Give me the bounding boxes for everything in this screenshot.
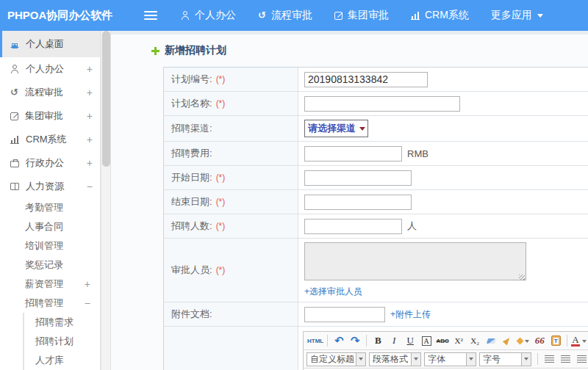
font-color-button[interactable]: A [571,333,586,348]
expand-plus-icon[interactable]: + [87,87,93,98]
sidebar-item-label: 个人桌面 [26,37,64,51]
sidebar-item-group-approval[interactable]: 集团审批 + [0,104,100,128]
superscript-button[interactable]: X² [451,333,466,348]
required-mark: (*) [216,197,226,207]
sidebar-item-human-resources[interactable]: 人力资源 − [0,175,100,198]
sidebar-item-talent-pool[interactable]: 人才库 [24,351,100,370]
sidebar-item-crm-system[interactable]: CRM系统 + [0,128,100,151]
sidebar-item-admin-office[interactable]: 行政办公 + [0,151,100,175]
process-icon: ↺ [258,11,266,20]
expand-plus-icon[interactable]: + [87,63,93,75]
required-mark: (*) [216,74,226,84]
align-left-icon [545,355,554,363]
expand-plus-icon[interactable]: + [87,110,93,122]
sidebar-item-rewards[interactable]: 奖惩记录 [0,255,100,275]
hr-submenu: 考勤管理 人事合同 培训管理 奖惩记录 薪资管理 + 招聘管理 − 招聘需求 [0,198,100,370]
field-label: 结束日期: (*) [164,190,298,214]
hamburger-menu-icon[interactable] [144,11,157,20]
briefcase-icon [10,161,19,167]
collapse-minus-icon[interactable]: − [85,297,90,309]
field-label: 计划名称: (*) [164,92,298,115]
sidebar-item-workflow-approval[interactable]: ↺ 流程审批 + [0,81,100,104]
sidebar-scrollbar[interactable] [101,31,110,370]
collapse-minus-icon[interactable]: − [87,181,93,192]
blockquote-button[interactable]: 66 [532,333,547,348]
paragraph-format-select[interactable]: 段落格式 [369,352,421,366]
underline-button[interactable]: U [403,333,417,348]
source-html-button[interactable]: HTML [307,333,323,348]
font-size-select[interactable]: 字号 [479,352,531,366]
italic-button[interactable]: I [387,333,401,348]
sidebar-item-recruit-demand[interactable]: 招聘需求 [24,313,100,332]
page-title: 新增招聘计划 [165,44,226,57]
end-date-input[interactable] [304,195,412,210]
sidebar-item-attendance[interactable]: 考勤管理 [0,198,100,217]
sidebar-item-recruitment[interactable]: 招聘管理 − [0,294,100,313]
bold-button[interactable]: B [370,333,385,348]
format-clear-button[interactable] [500,333,514,348]
redo-button[interactable]: ↷ [348,333,362,348]
field-label: 计划编号: (*) [164,68,298,91]
expand-plus-icon[interactable]: + [87,134,93,145]
expand-plus-icon[interactable]: + [85,278,90,290]
plan-number-input[interactable] [304,72,428,87]
sidebar-item-label: 流程审批 [25,86,63,99]
attachment-input[interactable] [304,307,385,322]
border-a-button[interactable]: A [422,336,431,346]
eraser-icon [487,338,496,344]
broom-icon [503,336,512,346]
edit-icon [334,12,343,20]
start-date-input[interactable] [304,170,412,186]
form-row-content-editor: HTML ↶ ↷ B I U A ABC X² X₂ [164,327,588,370]
sidebar-item-recruit-plan[interactable]: 招聘计划 [24,332,100,351]
align-right-button[interactable] [574,352,588,366]
subscript-button[interactable]: X₂ [467,333,482,348]
resize-grip-icon[interactable] [519,275,525,280]
approver-textarea[interactable] [304,242,526,280]
sidebar-item-salary[interactable]: 薪资管理 + [0,275,100,294]
field-label: 招聘人数: (*) [164,214,298,238]
select-approver-link[interactable]: +选择审批人员 [304,286,362,298]
eraser-button[interactable] [484,333,498,348]
format-painter-button[interactable] [516,333,531,348]
top-nav: 个人办公 ↺ 流程审批 集团审批 CRM系统 更多应用 [181,9,543,22]
unit-suffix: 人 [407,220,417,233]
channel-select[interactable]: 请选择渠道 [304,120,368,137]
cost-input[interactable] [304,146,402,162]
select-arrow-button[interactable] [521,353,531,366]
expand-plus-icon[interactable]: + [87,157,93,169]
scrollbar-thumb[interactable] [102,31,110,167]
attachment-upload-link[interactable]: +附件上传 [390,308,431,321]
clipboard-icon: T [551,335,561,346]
strikethrough-button[interactable]: ABC [435,333,450,348]
user-icon [181,11,190,20]
caret-down-icon [537,14,543,21]
headcount-input[interactable] [304,219,402,234]
font-family-select[interactable]: 字体 [424,352,476,366]
custom-title-select[interactable]: 自定义标题 [306,352,366,366]
select-arrow-button[interactable] [466,353,476,366]
undo-button[interactable]: ↶ [331,333,346,348]
plan-name-input[interactable] [304,96,460,112]
sidebar-item-hr-contract[interactable]: 人事合同 [0,217,100,236]
nav-more-apps[interactable]: 更多应用 [491,9,543,22]
select-arrow-button[interactable] [356,353,365,366]
nav-group-approval[interactable]: 集团审批 [334,9,389,22]
select-arrow-button[interactable] [411,353,420,366]
nav-label: 个人办公 [195,9,236,22]
align-left-button[interactable] [542,352,556,366]
paste-text-button[interactable]: T [548,333,563,348]
main-content: 新增招聘计划 计划编号: (*) 计划名称: (*) [111,31,588,370]
form-row-cost: 招聘费用: RMB [164,142,588,166]
form-row-attachment: 附件文档: +附件上传 [164,302,588,327]
sidebar-item-training[interactable]: 培训管理 [0,236,100,255]
nav-crm-system[interactable]: CRM系统 [411,9,469,22]
sidebar-item-personal-office[interactable]: 个人办公 + [0,57,100,81]
sidebar-item-personal-desktop[interactable]: 个人桌面 [0,31,100,57]
align-center-button[interactable] [558,352,573,366]
toolbar-separator [366,335,367,347]
nav-workflow-approval[interactable]: ↺ 流程审批 [258,9,312,22]
add-plus-icon [151,47,159,55]
nav-personal-office[interactable]: 个人办公 [181,9,236,22]
field-label-empty [164,327,298,370]
